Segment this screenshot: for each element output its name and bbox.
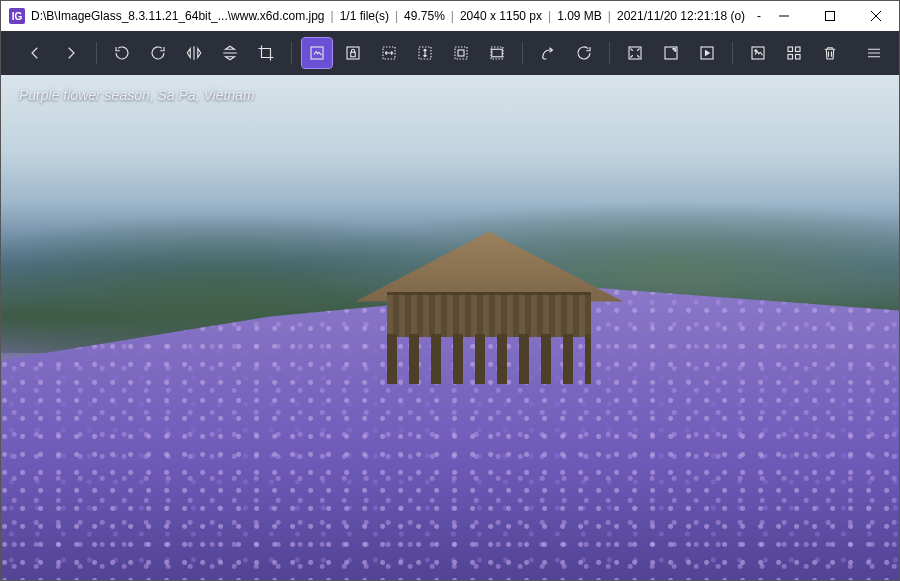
hamburger-icon: [865, 44, 883, 62]
crop-button[interactable]: [251, 38, 281, 68]
flip-vertical-button[interactable]: [215, 38, 245, 68]
toolbar-divider: [96, 42, 97, 64]
app-window: IG D:\B\ImageGlass_8.3.11.21_64bit_...\w…: [0, 0, 900, 581]
scale-fit-icon: [452, 44, 470, 62]
window-controls: [761, 1, 899, 31]
auto-zoom-icon: [308, 44, 326, 62]
svg-rect-15: [788, 47, 793, 52]
window-fit-icon: [626, 44, 644, 62]
image-subject-house: [369, 232, 609, 387]
svg-rect-16: [795, 47, 800, 52]
checkerboard-icon: [749, 44, 767, 62]
delete-button[interactable]: [815, 38, 845, 68]
refresh-icon: [575, 44, 593, 62]
scale-fill-button[interactable]: [482, 38, 512, 68]
image-viewport[interactable]: Purple flower season, Sa Pa, Vietnam: [1, 75, 899, 580]
scale-fill-icon: [488, 44, 506, 62]
prev-button[interactable]: [20, 38, 50, 68]
thumbnails-button[interactable]: [779, 38, 809, 68]
auto-zoom-button[interactable]: [302, 38, 332, 68]
scale-height-icon: [416, 44, 434, 62]
checkerboard-button[interactable]: [743, 38, 773, 68]
minimize-button[interactable]: [761, 1, 807, 31]
next-button[interactable]: [56, 38, 86, 68]
slideshow-button[interactable]: [692, 38, 722, 68]
title-separator: |: [451, 9, 454, 23]
flip-vertical-icon: [221, 44, 239, 62]
scale-width-icon: [380, 44, 398, 62]
trash-icon: [821, 44, 839, 62]
app-icon: IG: [9, 8, 25, 24]
scale-width-button[interactable]: [374, 38, 404, 68]
slideshow-icon: [698, 44, 716, 62]
open-with-button[interactable]: [533, 38, 563, 68]
title-separator: |: [548, 9, 551, 23]
toolbar: [1, 31, 899, 75]
lock-zoom-button[interactable]: [338, 38, 368, 68]
rotate-ccw-icon: [113, 44, 131, 62]
flip-horizontal-icon: [185, 44, 203, 62]
crop-icon: [257, 44, 275, 62]
scale-height-button[interactable]: [410, 38, 440, 68]
rotate-cw-icon: [149, 44, 167, 62]
fullscreen-button[interactable]: [656, 38, 686, 68]
svg-rect-0: [826, 12, 835, 21]
toolbar-divider: [522, 42, 523, 64]
zoom-level: 49.75%: [404, 9, 445, 23]
file-path: D:\B\ImageGlass_8.3.11.21_64bit_...\www.…: [31, 9, 325, 23]
chevron-left-icon: [26, 44, 44, 62]
refresh-button[interactable]: [569, 38, 599, 68]
close-button[interactable]: [853, 1, 899, 31]
svg-point-14: [754, 50, 756, 52]
main-menu-button[interactable]: [859, 38, 889, 68]
rotate-ccw-button[interactable]: [107, 38, 137, 68]
svg-rect-17: [788, 55, 793, 60]
title-separator: |: [608, 9, 611, 23]
rotate-cw-button[interactable]: [143, 38, 173, 68]
window-fit-button[interactable]: [620, 38, 650, 68]
svg-rect-7: [458, 50, 464, 56]
file-index: 1/1 file(s): [340, 9, 389, 23]
thumbnails-icon: [785, 44, 803, 62]
file-size: 1.09 MB: [557, 9, 602, 23]
title-bar: IG D:\B\ImageGlass_8.3.11.21_64bit_...\w…: [1, 1, 899, 31]
toolbar-divider: [732, 42, 733, 64]
svg-rect-3: [350, 52, 355, 57]
svg-rect-9: [491, 49, 502, 57]
chevron-right-icon: [62, 44, 80, 62]
toolbar-divider: [291, 42, 292, 64]
toolbar-divider: [609, 42, 610, 64]
title-separator: |: [395, 9, 398, 23]
maximize-button[interactable]: [807, 1, 853, 31]
image-dimensions: 2040 x 1150 px: [460, 9, 542, 23]
title-separator: |: [331, 9, 334, 23]
open-with-icon: [539, 44, 557, 62]
fullscreen-icon: [662, 44, 680, 62]
lock-zoom-icon: [344, 44, 362, 62]
svg-rect-18: [795, 55, 800, 60]
title-info: D:\B\ImageGlass_8.3.11.21_64bit_...\www.…: [31, 9, 761, 23]
scale-fit-button[interactable]: [446, 38, 476, 68]
file-timestamp: 2021/11/20 12:21:18 (o): [617, 9, 745, 23]
svg-rect-6: [455, 47, 467, 59]
flip-horizontal-button[interactable]: [179, 38, 209, 68]
